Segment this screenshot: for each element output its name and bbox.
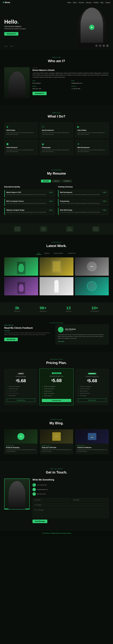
who-name: Emma Watson's Details	[32, 69, 109, 71]
basic-features: WordPress Installation Custom Post Types…	[7, 385, 35, 396]
nav-link-portfolio[interactable]: Portfolio	[93, 2, 99, 3]
pricing-section: PRICING PLAN Pricing Plan. BASIC Powerfu…	[0, 352, 113, 412]
stat-projects-label: Project Done	[14, 310, 20, 312]
tab-skills[interactable]: SKILLS	[52, 180, 61, 182]
std-feat-3: WooCommerce	[42, 390, 71, 392]
work-item-5[interactable]	[40, 277, 73, 295]
nav-links: HomeAboutServicesResumePortfolioBlogCont…	[67, 1, 110, 4]
linkedin-icon[interactable]: in	[102, 44, 105, 47]
who-section: ABOUT ME Who am I? About Me Emma Watson'…	[0, 50, 113, 105]
blog-excerpt-3: Lorem ipsum dolor sit amet, consectetur …	[77, 449, 107, 452]
logos-bar: LOGO LOGO L LOGO	[0, 224, 113, 235]
twitter-icon[interactable]: t	[99, 44, 101, 47]
filter-design[interactable]: DESIGN	[43, 252, 51, 254]
facebook-icon[interactable]: f	[95, 44, 98, 47]
subject-input[interactable]	[32, 503, 109, 507]
reviewer-avatar	[58, 327, 64, 332]
send-message-button[interactable]: Send Message	[32, 520, 47, 523]
nav-link-blog[interactable]: Blog	[100, 2, 103, 3]
nav-link-services[interactable]: Services	[79, 2, 84, 3]
blog-post-2[interactable]: 🏷 February 15, 2024 Today Up to 30% Sale…	[40, 429, 73, 454]
std-feat-5: Priority Support	[42, 394, 71, 397]
download-cv-button[interactable]: Download CV	[4, 32, 18, 36]
logo-text: Bioza	[5, 1, 10, 4]
logo-item-3: L	[66, 226, 73, 232]
google-icon[interactable]: g+	[106, 44, 109, 47]
svg-text:L: L	[69, 229, 70, 230]
hero-social: f t in g+	[95, 44, 109, 47]
standard-price: $5.68	[42, 378, 71, 383]
train-2-desc: Lorem ipsum dolor sit amet, consectetur …	[60, 202, 107, 204]
who-grid: About Me Emma Watson's Details Lorem ips…	[4, 67, 109, 98]
play-button[interactable]: ▶	[89, 25, 94, 30]
nav-link-home[interactable]: Home	[67, 2, 71, 3]
pricing-label: PRICING PLAN	[4, 358, 109, 360]
filter-marketing[interactable]: MARKETING	[67, 252, 77, 254]
who-label: ABOUT ME	[4, 57, 109, 58]
prev-label[interactable]: PREV	[4, 46, 8, 47]
svg-text:LOGO: LOGO	[94, 228, 97, 230]
prem-feat-1: WordPress Installation	[78, 385, 106, 388]
message-input[interactable]	[32, 508, 109, 518]
edu-1-desc: Lorem ipsum dolor sit amet, consectetur …	[6, 194, 53, 196]
research-icon: ⬢	[6, 142, 36, 146]
train-1-desc: Lorem ipsum dolor sit amet, consectetur …	[60, 194, 107, 196]
edu-3-title: Diploma In Graphic Design	[6, 209, 53, 211]
service-uiux: ◈ UI/UX Design Lorem ipsum dolor sit ame…	[4, 122, 38, 138]
resume-section: MY RESUME My Resume RESUME SKILLS AWARDS…	[0, 162, 113, 224]
filter-all[interactable]: ALL	[36, 252, 41, 254]
contact-address: 📍 New York, USA	[32, 492, 109, 496]
work-item-2[interactable]	[40, 258, 73, 276]
service-appdev-desc: Lorem ipsum dolor sit amet, consectetur …	[42, 132, 71, 135]
hero-section: Hello. I'am Emma Watson Professional Gra…	[0, 5, 113, 50]
tab-awards[interactable]: AWARDS	[62, 180, 72, 182]
webdev-icon: ✦	[77, 142, 107, 146]
hire-me-button[interactable]: Hire Me Now	[4, 338, 18, 341]
work-item-1[interactable]	[4, 258, 38, 276]
service-research-title: Online Research	[6, 147, 36, 148]
stats-bar: 3k Project Done 98+ Happy Clients 13 Awa…	[0, 302, 113, 315]
premium-cta-button[interactable]: Purchase Now	[78, 398, 106, 402]
contact-section: GET IN TOUCH Get in Touch. Write Me Some…	[0, 461, 113, 530]
next-label[interactable]: NEXT	[10, 46, 14, 47]
basic-cta-button[interactable]: Purchase Now	[7, 398, 35, 402]
basic-feat-1: WordPress Installation	[7, 385, 35, 388]
filter-development[interactable]: DEVELOPMENT	[52, 252, 65, 254]
svg-text:LOGO: LOGO	[42, 228, 45, 230]
nav-link-resume[interactable]: Resume	[86, 2, 91, 3]
blog-post-1[interactable]: ✏ January 10, 2024 Products Designing Lo…	[4, 429, 38, 454]
blog-post-3[interactable]: 💻 March 20, 2024 Connect to Platforms Lo…	[75, 429, 109, 454]
work-item-4[interactable]	[4, 277, 38, 295]
who-details: Name Emma Watson Email info@example.com …	[32, 80, 109, 90]
name-input[interactable]	[32, 498, 70, 502]
work-item-3[interactable]: MUG	[75, 258, 109, 276]
stat-awards-number: 13	[66, 306, 71, 310]
contact-portrait	[4, 478, 30, 510]
blog-title-1: Products Designing	[6, 447, 36, 448]
train-item-2: 2018 Programming Lorem ipsum dolor sit a…	[58, 199, 109, 206]
service-video-title: Video Editing	[77, 130, 107, 131]
logo[interactable]: Bioza	[3, 1, 10, 4]
service-webdev-title: Web Development	[77, 147, 107, 148]
footer-brand: Bioza	[68, 532, 71, 534]
nav-link-about[interactable]: About	[73, 2, 77, 3]
who-content: About Me Emma Watson's Details Lorem ips…	[32, 67, 109, 95]
basic-feat-4: Plugin & Extensions	[7, 392, 35, 394]
review-stars: ★★★★★	[58, 341, 106, 342]
tab-resume[interactable]: RESUME	[41, 180, 51, 182]
contact-info: 📞 +00 123 456 789 ✉ info@example.com 📍 N…	[32, 483, 109, 496]
detail-email: Email info@example.com	[71, 80, 109, 84]
nav-link-contact[interactable]: Contact	[105, 2, 110, 3]
contact-form-title: Write Me Something	[32, 478, 109, 481]
location-icon: 📍	[32, 492, 36, 496]
work-item-6[interactable]: ✓	[75, 277, 109, 295]
edu-3-desc: Lorem ipsum dolor sit amet, consectetur …	[6, 212, 53, 213]
standard-cta-button[interactable]: Purchase Now	[42, 399, 71, 402]
contact-portrait-col	[4, 478, 30, 523]
edu-2-title: BSC In Computer Science	[6, 200, 53, 202]
premium-name: Powerful Design Pro	[78, 376, 106, 377]
blog-content-3: March 20, 2024 Connect to Platforms Lore…	[76, 444, 109, 454]
email-input[interactable]	[71, 498, 109, 502]
who-download-button[interactable]: Download CV	[32, 92, 47, 95]
edu-item-1: 2020 Master Degree In CSS Lorem ipsum do…	[4, 190, 55, 197]
